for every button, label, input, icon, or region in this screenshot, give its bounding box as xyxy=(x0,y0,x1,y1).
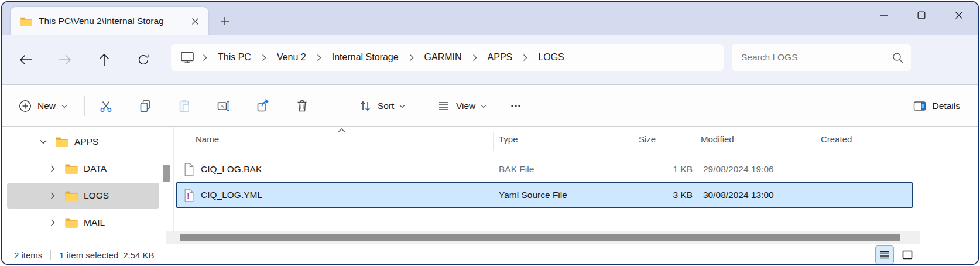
tree-item-apps[interactable]: APPS xyxy=(7,129,159,155)
breadcrumb-apps[interactable]: APPS xyxy=(485,47,515,68)
folder-icon xyxy=(55,136,69,148)
refresh-icon[interactable] xyxy=(131,47,156,73)
more-options-button[interactable] xyxy=(503,93,529,119)
view-button-label: View xyxy=(456,101,475,111)
folder-icon xyxy=(64,190,78,202)
sidebar-scrollbar-thumb[interactable] xyxy=(163,165,170,182)
forward-icon[interactable] xyxy=(52,47,78,73)
up-icon[interactable] xyxy=(91,47,117,73)
cut-button[interactable] xyxy=(93,93,119,119)
file-list: Name Type Size Modified Created CIQ_LOG.… xyxy=(174,127,920,231)
chevron-collapsed-icon[interactable] xyxy=(48,192,57,199)
file-explorer-window: This PC\Venu 2\Internal Storag xyxy=(1,1,979,265)
explorer-tab[interactable]: This PC\Venu 2\Internal Storag xyxy=(11,7,208,35)
navigation-tree: APPS DATA LOGS xyxy=(2,127,173,244)
yml-file-icon: ! xyxy=(183,183,195,207)
breadcrumb-chevron-icon xyxy=(409,54,414,62)
chevron-expanded-icon[interactable] xyxy=(39,139,48,144)
chevron-down-icon xyxy=(399,104,405,108)
status-bar: 2 items 1 item selected 2.54 KB xyxy=(2,244,978,265)
selection-size: 2.54 KB xyxy=(123,250,154,260)
view-list-icon xyxy=(437,99,451,113)
svg-text:!: ! xyxy=(187,191,189,200)
tree-item-label: DATA xyxy=(84,163,107,174)
breadcrumb-venu-2[interactable]: Venu 2 xyxy=(275,47,309,68)
column-divider[interactable] xyxy=(635,132,635,151)
share-button[interactable] xyxy=(250,93,276,119)
new-button-label: New xyxy=(37,101,56,111)
copy-button[interactable] xyxy=(132,93,158,119)
icons-view-toggle[interactable] xyxy=(898,245,917,264)
search-input[interactable] xyxy=(741,52,892,63)
breadcrumb-internal-storage[interactable]: Internal Storage xyxy=(330,47,401,68)
tree-item-data[interactable]: DATA xyxy=(7,156,159,182)
titlebar: This PC\Venu 2\Internal Storag xyxy=(2,2,978,35)
file-name: CIQ_LOG.YML xyxy=(201,183,262,207)
file-name: CIQ_LOG.BAK xyxy=(201,156,262,182)
tree-item-mail[interactable]: MAIL xyxy=(7,210,159,236)
breadcrumb-chevron-icon xyxy=(472,54,477,62)
new-button[interactable]: New xyxy=(12,93,74,119)
maximize-button[interactable] xyxy=(903,2,940,28)
details-pane-icon xyxy=(913,99,927,113)
paste-button[interactable] xyxy=(172,93,197,119)
column-header-name[interactable]: Name xyxy=(196,127,219,151)
column-divider[interactable] xyxy=(815,132,815,151)
column-header-created[interactable]: Created xyxy=(821,127,852,151)
sort-icon xyxy=(358,99,372,113)
search-icon[interactable] xyxy=(892,52,904,64)
folder-icon xyxy=(64,217,78,229)
svg-text:A: A xyxy=(220,103,224,110)
back-icon[interactable] xyxy=(13,47,39,73)
selection-count: 1 item selected xyxy=(59,250,118,260)
tab-close-icon[interactable] xyxy=(187,13,203,29)
sort-button-label: Sort xyxy=(378,101,394,111)
tree-item-logs[interactable]: LOGS xyxy=(7,183,159,209)
tab-title: This PC\Venu 2\Internal Storag xyxy=(39,16,184,26)
new-tab-button[interactable] xyxy=(217,13,233,29)
breadcrumb-chevron-icon xyxy=(317,54,321,62)
column-divider[interactable] xyxy=(695,132,695,151)
delete-button[interactable] xyxy=(289,93,315,119)
chevron-collapsed-icon[interactable] xyxy=(48,219,57,226)
horizontal-scrollbar[interactable] xyxy=(166,231,920,244)
file-size: 1 KB xyxy=(633,156,693,182)
tree-item-label: LOGS xyxy=(84,190,109,201)
column-header-name-type[interactable]: Type xyxy=(499,127,518,151)
column-divider[interactable] xyxy=(493,132,494,151)
column-header-modified[interactable]: Modified xyxy=(701,127,734,151)
breadcrumb-garmin[interactable]: GARMIN xyxy=(422,47,464,68)
file-modified: 30/08/2024 13:00 xyxy=(703,183,774,207)
tree-item-label: MAIL xyxy=(84,217,105,228)
chevron-down-icon xyxy=(481,104,486,108)
search-box xyxy=(732,44,911,71)
details-pane-button[interactable]: Details xyxy=(906,93,967,119)
status-divider xyxy=(50,250,51,260)
sort-button[interactable]: Sort xyxy=(351,93,412,119)
breadcrumb-chevron-icon xyxy=(523,54,527,62)
file-size: 3 KB xyxy=(633,183,693,207)
file-icon xyxy=(183,156,195,182)
breadcrumb-this-pc[interactable]: This PC xyxy=(215,47,253,68)
command-bar: New A xyxy=(2,86,978,127)
rename-button[interactable]: A xyxy=(211,93,237,119)
file-modified: 29/08/2024 19:06 xyxy=(703,156,774,182)
file-type: Yaml Source File xyxy=(499,183,567,207)
file-row-ciq-log-yml[interactable]: ! CIQ_LOG.YML Yaml Source File 3 KB 30/0… xyxy=(176,182,913,208)
sort-ascending-icon xyxy=(338,128,345,133)
file-row-ciq-log-bak[interactable]: CIQ_LOG.BAK BAK File 1 KB 29/08/2024 19:… xyxy=(176,156,913,182)
breadcrumb-chevron-icon xyxy=(262,54,266,62)
close-button[interactable] xyxy=(940,2,978,28)
address-bar[interactable]: This PC Venu 2 Internal Storage GARMIN A… xyxy=(171,44,724,71)
column-header-size[interactable]: Size xyxy=(639,127,656,151)
minimize-button[interactable] xyxy=(865,2,903,28)
folder-icon xyxy=(20,16,33,27)
details-view-toggle[interactable] xyxy=(875,245,894,264)
chevron-collapsed-icon[interactable] xyxy=(48,165,57,172)
chevron-down-icon xyxy=(61,104,67,108)
breadcrumb-logs[interactable]: LOGS xyxy=(536,47,566,68)
this-pc-icon xyxy=(180,51,194,64)
view-button[interactable]: View xyxy=(430,93,494,119)
status-divider xyxy=(163,250,163,260)
horizontal-scrollbar-thumb[interactable] xyxy=(180,234,900,241)
